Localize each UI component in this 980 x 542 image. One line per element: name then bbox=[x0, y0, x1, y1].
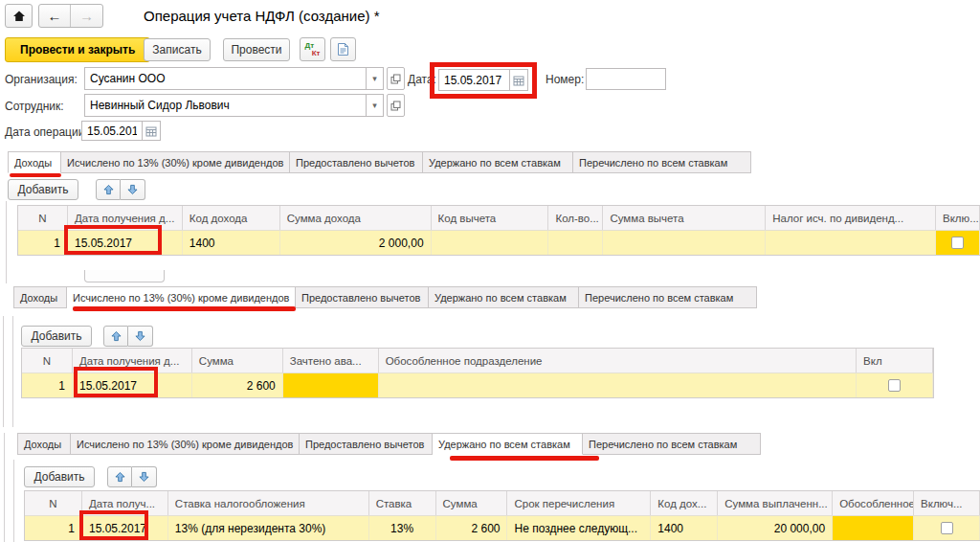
transfer-deadline-cell[interactable]: Не позднее следующ... bbox=[507, 516, 651, 540]
row-number-cell[interactable]: 1 bbox=[22, 373, 73, 397]
include-cell[interactable] bbox=[914, 516, 980, 540]
dividend-tax-cell[interactable] bbox=[766, 231, 936, 255]
arrow-up-icon bbox=[103, 184, 114, 195]
employee-input[interactable] bbox=[84, 94, 367, 117]
dtkt-postings-button[interactable]: ДтКт bbox=[300, 37, 325, 61]
organization-label: Организация: bbox=[5, 73, 78, 86]
column-header: Включ... bbox=[914, 491, 980, 515]
tab-predostavleno[interactable]: Предоставлено вычетов bbox=[290, 151, 423, 173]
employee-dropdown-arrow-icon[interactable]: ▾ bbox=[367, 94, 384, 117]
row-number-cell[interactable]: 1 bbox=[25, 516, 82, 540]
page-title: Операция учета НДФЛ (создание) * bbox=[144, 8, 380, 24]
tab-ischisleno[interactable]: Исчислено по 13% (30%) кроме дивидендов bbox=[61, 151, 290, 173]
column-header: Обособленное подразделение bbox=[379, 349, 857, 373]
move-up-button[interactable] bbox=[107, 466, 132, 487]
paid-sum-cell[interactable]: 20 000,00 bbox=[718, 516, 833, 540]
tab-dokhody[interactable]: Доходы bbox=[13, 286, 67, 308]
organization-input[interactable] bbox=[84, 67, 367, 90]
report-button[interactable] bbox=[330, 37, 356, 61]
date-received-cell[interactable]: 15.05.2017 bbox=[82, 516, 168, 540]
move-down-button[interactable] bbox=[132, 466, 157, 487]
post-and-close-button[interactable]: Провести и закрыть bbox=[5, 37, 150, 62]
column-header: Дата получения д... bbox=[73, 349, 192, 373]
annotation-underline-tab-dokhody bbox=[10, 173, 61, 177]
row-number-cell[interactable]: 1 bbox=[18, 231, 68, 255]
include-checkbox[interactable] bbox=[941, 522, 953, 534]
tab-dokhody[interactable]: Доходы bbox=[17, 433, 71, 455]
employee-combo: ▾ bbox=[84, 94, 384, 117]
move-up-button[interactable] bbox=[96, 179, 121, 200]
operation-date-calendar-button[interactable] bbox=[143, 121, 161, 141]
dtkt-icon: ДтКт bbox=[305, 42, 321, 57]
employee-label: Сотрудник: bbox=[5, 100, 64, 113]
tab-predostavleno[interactable]: Предоставлено вычетов bbox=[296, 286, 429, 308]
tab-ischisleno[interactable]: Исчислено по 13% (30%) кроме дивидендов bbox=[71, 433, 300, 455]
income-code-cell[interactable]: 1400 bbox=[183, 231, 280, 255]
sum-cell[interactable]: 2 600 bbox=[192, 373, 283, 397]
include-cell[interactable] bbox=[936, 231, 980, 255]
add-row-button[interactable]: Добавить bbox=[24, 466, 95, 487]
cropped-button-remnant bbox=[84, 270, 165, 282]
advance-offset-cell[interactable] bbox=[283, 373, 379, 397]
arrow-down-icon bbox=[139, 471, 149, 483]
operation-date-input[interactable] bbox=[81, 121, 143, 141]
ndfl-operation-window: ← → Операция учета НДФЛ (создание) * Про… bbox=[0, 0, 980, 542]
include-checkbox[interactable] bbox=[951, 237, 964, 249]
column-header: Кол-во... bbox=[548, 206, 603, 230]
column-header: Налог исч. по дивиденд... bbox=[766, 206, 936, 230]
column-header: Ставка налогообложения bbox=[168, 491, 369, 515]
tab-dokhody[interactable]: Доходы bbox=[8, 151, 61, 173]
employee-open-button[interactable] bbox=[387, 94, 405, 117]
annotation-underline-tab-uderzhano bbox=[450, 456, 599, 461]
write-button[interactable]: Записать bbox=[144, 38, 211, 61]
operation-date-label: Дата операции: bbox=[5, 125, 88, 139]
income-code-cell[interactable]: 1400 bbox=[651, 516, 718, 540]
tab-perechisleno[interactable]: Перечислено по всем ставкам bbox=[573, 151, 751, 173]
tax-rate-type-cell[interactable]: 13% (для нерезидента 30%) bbox=[168, 516, 369, 540]
forward-button[interactable]: → bbox=[71, 5, 102, 27]
separate-division-cell[interactable] bbox=[379, 373, 857, 397]
quantity-cell[interactable] bbox=[548, 231, 603, 255]
tab-ischisleno[interactable]: Исчислено по 13% (30%) кроме дивидендов bbox=[67, 286, 296, 308]
date-received-cell[interactable]: 15.05.2017 bbox=[73, 373, 192, 397]
include-checkbox[interactable] bbox=[888, 379, 901, 392]
nav-history-group: ← → bbox=[38, 4, 103, 28]
number-input[interactable] bbox=[586, 68, 666, 90]
move-up-button[interactable] bbox=[103, 326, 128, 347]
table-row: 1 15.05.2017 2 600 bbox=[22, 373, 933, 397]
organization-open-button[interactable] bbox=[387, 67, 405, 90]
calendar-icon bbox=[145, 125, 157, 137]
column-header: Дата получения д... bbox=[68, 206, 183, 230]
add-row-button[interactable]: Добавить bbox=[21, 326, 92, 347]
move-down-button[interactable] bbox=[128, 326, 153, 347]
tab-uderzhano[interactable]: Удержано по всем ставкам bbox=[429, 286, 579, 308]
column-header: N bbox=[22, 349, 73, 373]
add-row-button[interactable]: Добавить bbox=[8, 179, 78, 200]
arrow-up-icon bbox=[111, 330, 122, 342]
date-input[interactable] bbox=[438, 69, 510, 91]
tab-perechisleno[interactable]: Перечислено по всем ставкам bbox=[583, 433, 761, 455]
deduction-sum-cell[interactable] bbox=[603, 231, 766, 255]
post-button[interactable]: Провести bbox=[223, 38, 290, 61]
incomes-table: N Дата получения д... Код дохода Сумма д… bbox=[17, 205, 980, 256]
deduction-code-cell[interactable] bbox=[432, 231, 549, 255]
column-header: Сумма bbox=[436, 491, 508, 515]
tab-perechisleno[interactable]: Перечислено по всем ставкам bbox=[579, 286, 757, 308]
operation-date-field bbox=[81, 121, 161, 141]
move-down-button[interactable] bbox=[121, 179, 145, 200]
home-button[interactable] bbox=[5, 4, 33, 28]
date-received-cell[interactable]: 15.05.2017 bbox=[68, 231, 183, 255]
separate-division-cell[interactable] bbox=[833, 516, 914, 540]
tab-uderzhano[interactable]: Удержано по всем ставкам bbox=[433, 433, 583, 455]
back-button[interactable]: ← bbox=[39, 5, 71, 27]
organization-dropdown-arrow-icon[interactable]: ▾ bbox=[367, 67, 384, 90]
column-header: Вклю... bbox=[936, 206, 980, 230]
tab-uderzhano[interactable]: Удержано по всем ставкам bbox=[423, 151, 573, 173]
date-calendar-button[interactable] bbox=[510, 69, 528, 91]
tab-predostavleno[interactable]: Предоставлено вычетов bbox=[300, 433, 433, 455]
include-cell[interactable] bbox=[857, 373, 933, 397]
sum-cell[interactable]: 2 600 bbox=[436, 516, 508, 540]
rate-cell[interactable]: 13% bbox=[369, 516, 436, 540]
organization-combo: ▾ bbox=[84, 67, 384, 90]
income-sum-cell[interactable]: 2 000,00 bbox=[280, 231, 432, 255]
